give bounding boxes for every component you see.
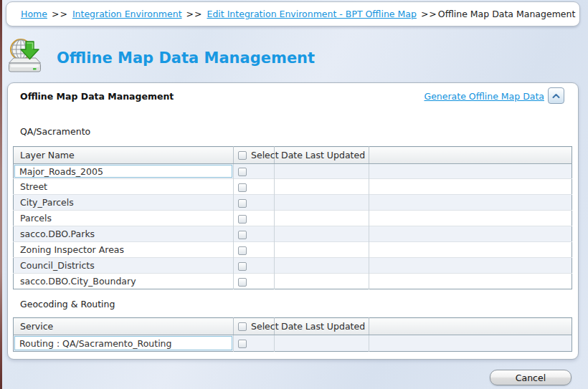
services-table: Service Select Date Last Updated Routing… <box>13 317 572 352</box>
date-last-updated-cell <box>275 195 369 211</box>
row-select-cell <box>234 335 275 352</box>
date-last-updated-cell <box>275 274 369 289</box>
page-left-edge-stripe <box>0 0 2 389</box>
column-header-empty <box>369 147 572 164</box>
page-header: Offline Map Data Management <box>7 37 315 75</box>
page-title: Offline Map Data Management <box>57 49 315 67</box>
cancel-button[interactable]: Cancel <box>490 370 572 385</box>
column-header-select: Select <box>234 318 275 335</box>
row-name: sacco.DBO.City_Boundary <box>14 274 233 289</box>
row-select-cell <box>234 164 275 179</box>
select-checkbox[interactable] <box>238 340 247 348</box>
collapse-panel-button[interactable] <box>548 87 564 104</box>
row-name-cell: Routing : QA/Sacramento_Routing <box>14 335 234 352</box>
row-name-cell: Parcels <box>14 211 234 226</box>
breadcrumb-separator: >> <box>186 9 203 19</box>
empty-cell <box>369 195 572 211</box>
table-row: Street <box>14 179 572 195</box>
row-name-cell: Zoning Inspector Areas <box>14 242 234 258</box>
section-label-qa-sacramento: QA/Sacramento <box>20 126 90 137</box>
row-select-cell <box>234 242 275 258</box>
date-last-updated-cell <box>275 258 369 274</box>
select-column-label: Select <box>251 150 279 160</box>
date-last-updated-cell <box>275 335 369 352</box>
row-name-cell: sacco.DBO.City_Boundary <box>14 274 234 289</box>
column-header-date-last-updated: Date Last Updated <box>275 147 369 164</box>
date-last-updated-cell <box>275 226 369 242</box>
table-row: Routing : QA/Sacramento_Routing <box>14 335 572 352</box>
section-label-geocoding-routing: Geocoding & Routing <box>20 299 115 309</box>
select-all-checkbox[interactable] <box>238 151 247 160</box>
empty-cell <box>369 226 572 242</box>
row-name: City_Parcels <box>14 195 233 210</box>
empty-cell <box>369 335 572 352</box>
table-row: Zoning Inspector Areas <box>14 242 572 258</box>
generate-offline-map-data-link[interactable]: Generate Offline Map Data <box>424 91 544 102</box>
row-name-cell: Council_Districts <box>14 258 234 274</box>
row-select-cell <box>234 211 275 226</box>
table-row: Major_Roads_2005 <box>14 164 572 179</box>
select-checkbox[interactable] <box>238 199 247 208</box>
row-name: Council_Districts <box>14 258 233 273</box>
empty-cell <box>369 242 572 258</box>
table-row: Parcels <box>14 211 572 226</box>
row-name-cell: sacco.DBO.Parks <box>14 226 234 242</box>
row-name-cell: Street <box>14 179 234 195</box>
panel-title: Offline Map Data Management <box>20 91 174 102</box>
offline-map-data-panel: Offline Map Data Management Generate Off… <box>7 82 579 360</box>
table-row: sacco.DBO.Parks <box>14 226 572 242</box>
table-row: City_Parcels <box>14 195 572 211</box>
table-row: Council_Districts <box>14 258 572 274</box>
breadcrumb-separator: >> <box>52 9 68 19</box>
empty-cell <box>369 179 572 195</box>
row-select-cell <box>234 195 275 211</box>
row-name: Major_Roads_2005 <box>14 165 232 178</box>
breadcrumb-link-home[interactable]: Home <box>21 9 47 19</box>
breadcrumb: Home >> Integration Environment >> Edit … <box>6 1 580 27</box>
row-name-cell: City_Parcels <box>14 195 234 211</box>
globe-download-icon <box>7 37 44 75</box>
column-header-date-last-updated: Date Last Updated <box>275 318 369 335</box>
row-select-cell <box>234 274 275 289</box>
column-header-select: Select <box>234 147 275 164</box>
row-select-cell <box>234 258 275 274</box>
select-checkbox[interactable] <box>238 215 247 224</box>
breadcrumb-link-integration-environment[interactable]: Integration Environment <box>72 9 182 19</box>
select-checkbox[interactable] <box>238 183 247 192</box>
select-checkbox[interactable] <box>238 278 247 287</box>
date-last-updated-cell <box>275 179 369 195</box>
row-name: Zoning Inspector Areas <box>14 242 233 257</box>
row-name: sacco.DBO.Parks <box>14 226 233 241</box>
empty-cell <box>369 211 572 226</box>
date-last-updated-cell <box>275 164 369 179</box>
select-all-checkbox[interactable] <box>238 322 247 331</box>
row-select-cell <box>234 226 275 242</box>
date-last-updated-cell <box>275 211 369 226</box>
table-header-row: Layer Name Select Date Last Updated <box>14 147 572 164</box>
date-last-updated-cell <box>275 242 369 258</box>
select-checkbox[interactable] <box>238 231 247 239</box>
column-header-empty <box>369 318 572 335</box>
empty-cell <box>369 258 572 274</box>
select-checkbox[interactable] <box>238 246 247 255</box>
table-row: sacco.DBO.City_Boundary <box>14 274 572 289</box>
empty-cell <box>369 274 572 289</box>
empty-cell <box>369 164 572 179</box>
column-header-layer-name: Layer Name <box>14 147 234 164</box>
row-select-cell <box>234 179 275 195</box>
column-header-service: Service <box>14 318 234 335</box>
row-name-cell: Major_Roads_2005 <box>14 164 234 179</box>
table-header-row: Service Select Date Last Updated <box>14 318 572 335</box>
breadcrumb-separator: >> <box>421 9 437 19</box>
select-checkbox[interactable] <box>238 168 247 176</box>
row-name: Parcels <box>14 211 233 226</box>
layers-table: Layer Name Select Date Last Updated Majo… <box>13 146 572 289</box>
select-column-label: Select <box>251 321 279 332</box>
breadcrumb-link-edit-integration-environment[interactable]: Edit Integration Environment - BPT Offli… <box>207 9 417 19</box>
select-checkbox[interactable] <box>238 262 247 271</box>
breadcrumb-current: Offline Map Data Management <box>438 9 576 19</box>
row-name: Street <box>14 179 233 194</box>
row-name: Routing : QA/Sacramento_Routing <box>14 336 232 350</box>
chevron-up-icon <box>552 93 560 99</box>
